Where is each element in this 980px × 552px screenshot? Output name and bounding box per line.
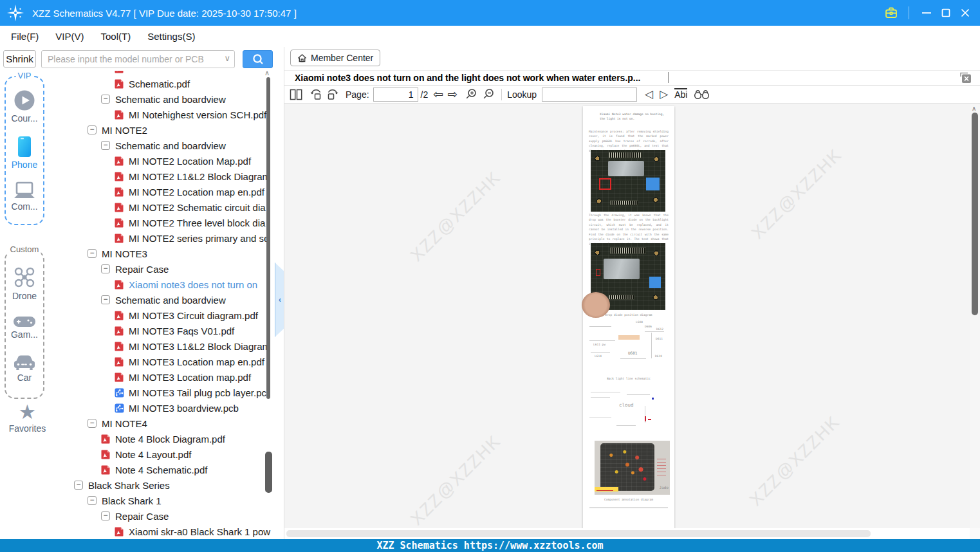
- computer-icon: [13, 181, 36, 199]
- close-icon[interactable]: [956, 0, 975, 26]
- menu-tool[interactable]: Tool(T): [93, 26, 140, 47]
- tree-item[interactable]: MI NOTE2 Location Map.pdf: [55, 153, 283, 169]
- collapse-expander-icon[interactable]: −: [74, 481, 83, 490]
- window-controls: [882, 0, 975, 26]
- tree-item[interactable]: MI NOTE2 Three level block dia: [55, 215, 283, 230]
- zoom-in-icon[interactable]: [465, 88, 477, 100]
- horizontal-scrollbar-thumb[interactable]: [286, 530, 871, 537]
- tree-item[interactable]: −Black Shark 1: [55, 493, 283, 508]
- collapse-expander-icon[interactable]: −: [88, 125, 97, 134]
- scroll-up-icon[interactable]: ∧: [264, 71, 270, 77]
- tree-item[interactable]: −MI NOTE4: [55, 416, 283, 431]
- tree-item[interactable]: MI NOTE2 series primary and se: [55, 230, 283, 246]
- binoculars-icon[interactable]: [694, 89, 710, 100]
- tree-item[interactable]: Note 4 Layout.pdf: [55, 446, 283, 462]
- next-page-icon[interactable]: ⇨: [447, 88, 458, 100]
- text-select-tool[interactable]: Abi: [674, 88, 687, 100]
- tree-list: Schematic.pdf−Schematic and boardviewMI …: [55, 71, 283, 539]
- rotate-left-icon[interactable]: [310, 88, 322, 101]
- find-next-icon[interactable]: ▷: [660, 89, 668, 100]
- lookup-input[interactable]: [542, 87, 637, 102]
- collapse-expander-icon[interactable]: −: [88, 419, 97, 428]
- toolbox-icon[interactable]: [882, 0, 901, 26]
- shrink-button[interactable]: Shrink: [3, 50, 36, 68]
- tree-item[interactable]: MI NOTE3 Location map en.pdf: [55, 354, 283, 369]
- member-center-button[interactable]: Member Center: [290, 50, 380, 66]
- model-search-input[interactable]: [41, 50, 235, 68]
- tree-item[interactable]: Schematic.pdf: [55, 76, 283, 91]
- rotate-right-icon[interactable]: [326, 88, 339, 101]
- schematic-line: [591, 397, 610, 398]
- app-logo-icon: [6, 4, 24, 22]
- document-tab[interactable]: Xiaomi note3 does not turn on and the li…: [295, 71, 641, 85]
- collapse-expander-icon[interactable]: −: [101, 264, 110, 273]
- pdf-icon: [115, 217, 124, 228]
- menu-file[interactable]: File(F): [3, 26, 47, 47]
- previous-page-icon[interactable]: ⇦: [433, 88, 443, 100]
- tree-item-label: Black Shark 1: [102, 495, 162, 506]
- tree-item[interactable]: −MI NOTE2: [55, 122, 283, 138]
- rail-item-phone[interactable]: Phone: [12, 136, 37, 170]
- schematic-label: D612: [656, 327, 663, 331]
- tree-item[interactable]: MI NOTE2 Location map en.pdf: [55, 184, 283, 199]
- tree-item[interactable]: Xiaomi note3 does not turn on: [55, 277, 283, 292]
- tree-item[interactable]: MI NOTE3 Faqs V01.pdf: [55, 323, 283, 338]
- tree-item[interactable]: −Black Shark Series: [55, 477, 283, 493]
- pdf-page[interactable]: Xiaomi Note3 water damage no booting, th…: [583, 106, 674, 531]
- rail-item-car[interactable]: Car: [13, 354, 36, 383]
- collapse-expander-icon[interactable]: −: [101, 295, 110, 304]
- zoom-out-icon[interactable]: [483, 88, 495, 100]
- tree-item[interactable]: MI NOTE2 Schematic circuit dia: [55, 199, 283, 215]
- tree-item[interactable]: −MI NOTE3: [55, 246, 283, 261]
- close-document-icon[interactable]: [959, 71, 972, 84]
- collapse-expander-icon[interactable]: −: [88, 496, 97, 505]
- tree-item[interactable]: −Schematic and boardview: [55, 91, 283, 107]
- pdf-icon: [115, 109, 124, 120]
- tree-item[interactable]: Xiaomi skr-a0 Black Shark 1 pow: [55, 524, 283, 539]
- vertical-scrollbar-thumb[interactable]: [972, 113, 978, 315]
- tree-item[interactable]: Note 4 Schematic.pdf: [55, 462, 283, 477]
- minimize-icon[interactable]: [917, 0, 936, 26]
- collapse-expander-icon[interactable]: −: [101, 141, 110, 150]
- tree-scrollbar-thumb[interactable]: [265, 452, 272, 493]
- tree-item[interactable]: MI NOTE2 L1&L2 Block Diagram: [55, 169, 283, 184]
- lookup-label: Lookup: [507, 89, 537, 100]
- tree-item[interactable]: MI NOTE3 boardview.pcb: [55, 400, 283, 416]
- rail-item-course[interactable]: Cour...: [11, 89, 37, 124]
- horizontal-scrollbar[interactable]: [284, 528, 970, 539]
- page-number-input[interactable]: [373, 87, 418, 102]
- rail-item-drone[interactable]: Drone: [12, 266, 37, 301]
- two-page-view-icon[interactable]: [290, 89, 303, 100]
- highlight-blue-box: [649, 277, 661, 288]
- menu-vip[interactable]: VIP(V): [47, 26, 92, 47]
- schematic-line: [591, 392, 620, 392]
- rail-item-game[interactable]: Gam...: [11, 316, 38, 340]
- tree-item[interactable]: −Schematic and boardview: [55, 138, 283, 153]
- tree-item[interactable]: −Schematic and boardview: [55, 292, 283, 308]
- pdf-icon: [115, 71, 124, 73]
- search-row: Shrink ∨: [0, 47, 283, 71]
- scroll-up-icon[interactable]: ∧: [972, 105, 976, 112]
- tree-item[interactable]: MI NOTE3 Circuit diagram.pdf: [55, 308, 283, 323]
- maximize-icon[interactable]: [936, 0, 956, 26]
- rail-item-computer[interactable]: Com...: [11, 181, 37, 212]
- tree-item[interactable]: MI NOTE3 L1&L2 Block Diagram: [55, 338, 283, 354]
- vertical-scrollbar[interactable]: ∧: [970, 104, 980, 539]
- rail-item-favorites[interactable]: ★ Favorites: [0, 402, 55, 434]
- tree-item[interactable]: MI Notehighest version SCH.pdf: [55, 107, 283, 122]
- tree-item[interactable]: −Repair Case: [55, 261, 283, 277]
- photo-detail: [609, 152, 642, 158]
- tree-scrollbar-track-mark[interactable]: [266, 77, 270, 399]
- collapse-expander-icon[interactable]: −: [88, 249, 97, 258]
- collapse-expander-icon[interactable]: −: [101, 511, 110, 520]
- tree-item[interactable]: Note 4 Block Diagram.pdf: [55, 431, 283, 446]
- tree-item[interactable]: −Repair Case: [55, 508, 283, 524]
- tree-item[interactable]: MI NOTE3 Location map.pdf: [55, 369, 283, 385]
- tree-item[interactable]: MI NOTE3 Tail plug pcb layer.pc: [55, 385, 283, 400]
- collapse-expander-icon[interactable]: −: [101, 95, 110, 104]
- tree-item[interactable]: [55, 71, 283, 76]
- search-button[interactable]: [243, 50, 273, 68]
- menu-settings[interactable]: Settings(S): [139, 26, 203, 47]
- home-icon: [297, 53, 307, 63]
- find-previous-icon[interactable]: ◁: [645, 89, 653, 100]
